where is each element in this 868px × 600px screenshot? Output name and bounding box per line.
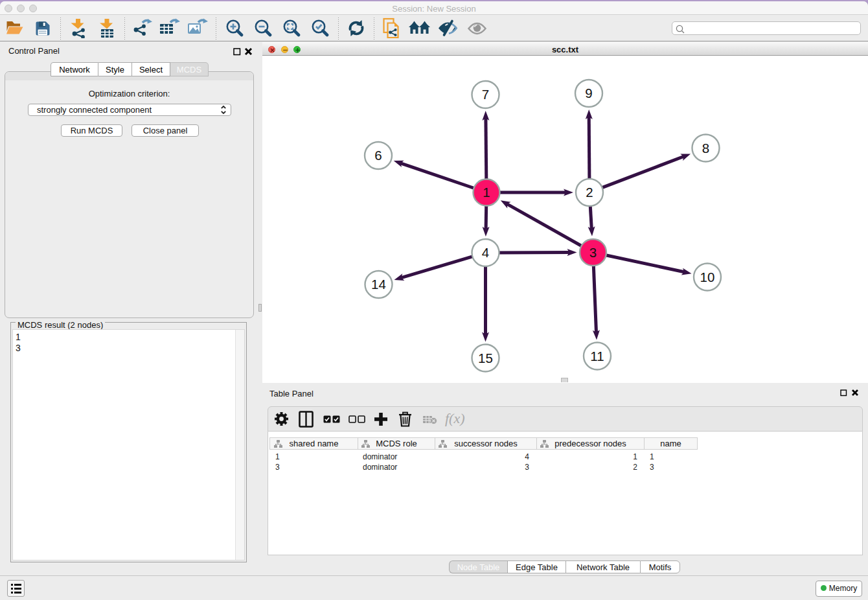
svg-text:7: 7 xyxy=(482,87,489,102)
svg-text:6: 6 xyxy=(374,148,382,163)
svg-text:11: 11 xyxy=(590,349,604,363)
svg-text:14: 14 xyxy=(371,277,386,292)
svg-text:8: 8 xyxy=(702,141,709,156)
svg-text:3: 3 xyxy=(589,245,597,260)
svg-text:2: 2 xyxy=(586,185,593,200)
svg-text:1: 1 xyxy=(483,185,490,200)
svg-text:4: 4 xyxy=(482,245,489,260)
svg-text:9: 9 xyxy=(585,86,592,100)
svg-text:15: 15 xyxy=(478,351,493,365)
svg-text:10: 10 xyxy=(700,270,715,284)
